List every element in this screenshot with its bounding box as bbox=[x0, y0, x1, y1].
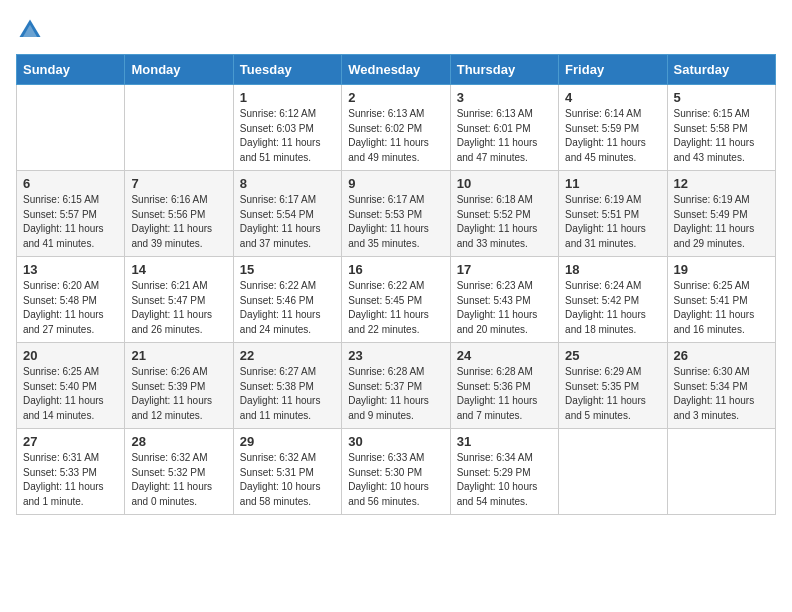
calendar-cell: 24Sunrise: 6:28 AM Sunset: 5:36 PM Dayli… bbox=[450, 343, 558, 429]
day-info: Sunrise: 6:30 AM Sunset: 5:34 PM Dayligh… bbox=[674, 365, 769, 423]
day-info: Sunrise: 6:21 AM Sunset: 5:47 PM Dayligh… bbox=[131, 279, 226, 337]
calendar-cell: 6Sunrise: 6:15 AM Sunset: 5:57 PM Daylig… bbox=[17, 171, 125, 257]
day-number: 29 bbox=[240, 434, 335, 449]
day-number: 14 bbox=[131, 262, 226, 277]
weekday-header-saturday: Saturday bbox=[667, 55, 775, 85]
calendar-cell: 5Sunrise: 6:15 AM Sunset: 5:58 PM Daylig… bbox=[667, 85, 775, 171]
calendar-cell: 28Sunrise: 6:32 AM Sunset: 5:32 PM Dayli… bbox=[125, 429, 233, 515]
day-info: Sunrise: 6:25 AM Sunset: 5:41 PM Dayligh… bbox=[674, 279, 769, 337]
day-number: 5 bbox=[674, 90, 769, 105]
calendar-cell: 21Sunrise: 6:26 AM Sunset: 5:39 PM Dayli… bbox=[125, 343, 233, 429]
calendar-cell bbox=[17, 85, 125, 171]
day-number: 25 bbox=[565, 348, 660, 363]
calendar-cell: 11Sunrise: 6:19 AM Sunset: 5:51 PM Dayli… bbox=[559, 171, 667, 257]
day-info: Sunrise: 6:20 AM Sunset: 5:48 PM Dayligh… bbox=[23, 279, 118, 337]
day-info: Sunrise: 6:23 AM Sunset: 5:43 PM Dayligh… bbox=[457, 279, 552, 337]
header bbox=[16, 16, 776, 44]
day-info: Sunrise: 6:31 AM Sunset: 5:33 PM Dayligh… bbox=[23, 451, 118, 509]
day-number: 6 bbox=[23, 176, 118, 191]
day-number: 2 bbox=[348, 90, 443, 105]
calendar-week-5: 27Sunrise: 6:31 AM Sunset: 5:33 PM Dayli… bbox=[17, 429, 776, 515]
day-info: Sunrise: 6:28 AM Sunset: 5:37 PM Dayligh… bbox=[348, 365, 443, 423]
day-number: 13 bbox=[23, 262, 118, 277]
day-info: Sunrise: 6:28 AM Sunset: 5:36 PM Dayligh… bbox=[457, 365, 552, 423]
day-number: 11 bbox=[565, 176, 660, 191]
day-number: 19 bbox=[674, 262, 769, 277]
day-number: 12 bbox=[674, 176, 769, 191]
day-number: 28 bbox=[131, 434, 226, 449]
day-number: 21 bbox=[131, 348, 226, 363]
calendar-cell: 31Sunrise: 6:34 AM Sunset: 5:29 PM Dayli… bbox=[450, 429, 558, 515]
calendar-cell: 22Sunrise: 6:27 AM Sunset: 5:38 PM Dayli… bbox=[233, 343, 341, 429]
day-number: 20 bbox=[23, 348, 118, 363]
day-info: Sunrise: 6:15 AM Sunset: 5:58 PM Dayligh… bbox=[674, 107, 769, 165]
day-info: Sunrise: 6:12 AM Sunset: 6:03 PM Dayligh… bbox=[240, 107, 335, 165]
weekday-header-monday: Monday bbox=[125, 55, 233, 85]
day-number: 26 bbox=[674, 348, 769, 363]
calendar-cell: 8Sunrise: 6:17 AM Sunset: 5:54 PM Daylig… bbox=[233, 171, 341, 257]
day-number: 10 bbox=[457, 176, 552, 191]
day-number: 23 bbox=[348, 348, 443, 363]
day-number: 15 bbox=[240, 262, 335, 277]
day-info: Sunrise: 6:26 AM Sunset: 5:39 PM Dayligh… bbox=[131, 365, 226, 423]
calendar-table: SundayMondayTuesdayWednesdayThursdayFrid… bbox=[16, 54, 776, 515]
calendar-cell: 4Sunrise: 6:14 AM Sunset: 5:59 PM Daylig… bbox=[559, 85, 667, 171]
logo-icon bbox=[16, 16, 44, 44]
day-info: Sunrise: 6:13 AM Sunset: 6:02 PM Dayligh… bbox=[348, 107, 443, 165]
day-info: Sunrise: 6:19 AM Sunset: 5:49 PM Dayligh… bbox=[674, 193, 769, 251]
calendar-cell: 25Sunrise: 6:29 AM Sunset: 5:35 PM Dayli… bbox=[559, 343, 667, 429]
day-info: Sunrise: 6:24 AM Sunset: 5:42 PM Dayligh… bbox=[565, 279, 660, 337]
calendar-cell: 1Sunrise: 6:12 AM Sunset: 6:03 PM Daylig… bbox=[233, 85, 341, 171]
day-info: Sunrise: 6:13 AM Sunset: 6:01 PM Dayligh… bbox=[457, 107, 552, 165]
calendar-cell: 26Sunrise: 6:30 AM Sunset: 5:34 PM Dayli… bbox=[667, 343, 775, 429]
day-info: Sunrise: 6:14 AM Sunset: 5:59 PM Dayligh… bbox=[565, 107, 660, 165]
day-number: 7 bbox=[131, 176, 226, 191]
weekday-header-tuesday: Tuesday bbox=[233, 55, 341, 85]
calendar-cell: 14Sunrise: 6:21 AM Sunset: 5:47 PM Dayli… bbox=[125, 257, 233, 343]
day-number: 1 bbox=[240, 90, 335, 105]
day-info: Sunrise: 6:22 AM Sunset: 5:45 PM Dayligh… bbox=[348, 279, 443, 337]
day-info: Sunrise: 6:17 AM Sunset: 5:54 PM Dayligh… bbox=[240, 193, 335, 251]
calendar-cell bbox=[559, 429, 667, 515]
day-info: Sunrise: 6:27 AM Sunset: 5:38 PM Dayligh… bbox=[240, 365, 335, 423]
calendar-cell: 2Sunrise: 6:13 AM Sunset: 6:02 PM Daylig… bbox=[342, 85, 450, 171]
calendar-cell: 19Sunrise: 6:25 AM Sunset: 5:41 PM Dayli… bbox=[667, 257, 775, 343]
calendar-week-3: 13Sunrise: 6:20 AM Sunset: 5:48 PM Dayli… bbox=[17, 257, 776, 343]
weekday-header-wednesday: Wednesday bbox=[342, 55, 450, 85]
weekday-header-sunday: Sunday bbox=[17, 55, 125, 85]
calendar-cell: 17Sunrise: 6:23 AM Sunset: 5:43 PM Dayli… bbox=[450, 257, 558, 343]
day-info: Sunrise: 6:33 AM Sunset: 5:30 PM Dayligh… bbox=[348, 451, 443, 509]
calendar-week-2: 6Sunrise: 6:15 AM Sunset: 5:57 PM Daylig… bbox=[17, 171, 776, 257]
day-number: 3 bbox=[457, 90, 552, 105]
day-info: Sunrise: 6:19 AM Sunset: 5:51 PM Dayligh… bbox=[565, 193, 660, 251]
calendar-cell: 13Sunrise: 6:20 AM Sunset: 5:48 PM Dayli… bbox=[17, 257, 125, 343]
calendar-cell bbox=[667, 429, 775, 515]
logo bbox=[16, 16, 48, 44]
day-info: Sunrise: 6:32 AM Sunset: 5:31 PM Dayligh… bbox=[240, 451, 335, 509]
day-info: Sunrise: 6:22 AM Sunset: 5:46 PM Dayligh… bbox=[240, 279, 335, 337]
calendar-cell: 7Sunrise: 6:16 AM Sunset: 5:56 PM Daylig… bbox=[125, 171, 233, 257]
day-number: 8 bbox=[240, 176, 335, 191]
day-info: Sunrise: 6:34 AM Sunset: 5:29 PM Dayligh… bbox=[457, 451, 552, 509]
calendar-cell: 20Sunrise: 6:25 AM Sunset: 5:40 PM Dayli… bbox=[17, 343, 125, 429]
day-number: 17 bbox=[457, 262, 552, 277]
day-number: 9 bbox=[348, 176, 443, 191]
day-info: Sunrise: 6:16 AM Sunset: 5:56 PM Dayligh… bbox=[131, 193, 226, 251]
day-number: 27 bbox=[23, 434, 118, 449]
day-info: Sunrise: 6:18 AM Sunset: 5:52 PM Dayligh… bbox=[457, 193, 552, 251]
day-number: 22 bbox=[240, 348, 335, 363]
day-info: Sunrise: 6:29 AM Sunset: 5:35 PM Dayligh… bbox=[565, 365, 660, 423]
calendar-cell: 3Sunrise: 6:13 AM Sunset: 6:01 PM Daylig… bbox=[450, 85, 558, 171]
day-number: 18 bbox=[565, 262, 660, 277]
day-info: Sunrise: 6:17 AM Sunset: 5:53 PM Dayligh… bbox=[348, 193, 443, 251]
calendar-week-1: 1Sunrise: 6:12 AM Sunset: 6:03 PM Daylig… bbox=[17, 85, 776, 171]
day-number: 24 bbox=[457, 348, 552, 363]
calendar-header-row: SundayMondayTuesdayWednesdayThursdayFrid… bbox=[17, 55, 776, 85]
day-number: 4 bbox=[565, 90, 660, 105]
calendar-cell: 18Sunrise: 6:24 AM Sunset: 5:42 PM Dayli… bbox=[559, 257, 667, 343]
calendar-cell: 30Sunrise: 6:33 AM Sunset: 5:30 PM Dayli… bbox=[342, 429, 450, 515]
day-info: Sunrise: 6:15 AM Sunset: 5:57 PM Dayligh… bbox=[23, 193, 118, 251]
calendar-cell bbox=[125, 85, 233, 171]
weekday-header-thursday: Thursday bbox=[450, 55, 558, 85]
calendar-cell: 10Sunrise: 6:18 AM Sunset: 5:52 PM Dayli… bbox=[450, 171, 558, 257]
